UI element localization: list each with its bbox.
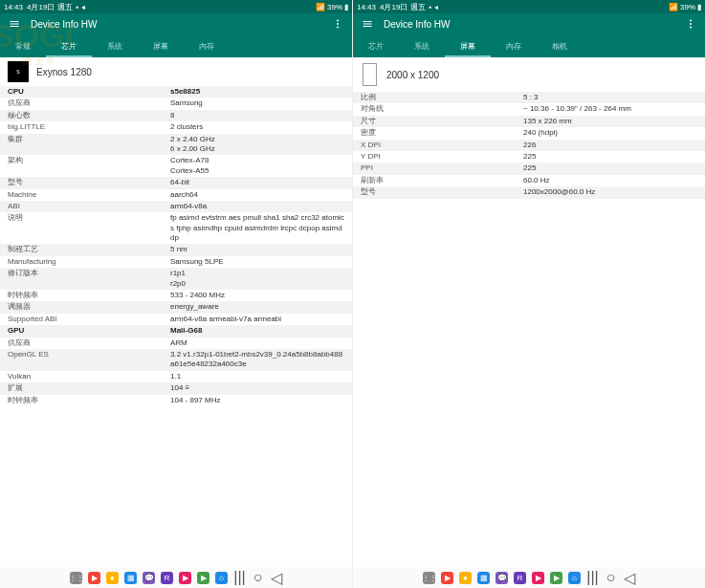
chip-header: S Exynos 1280 xyxy=(0,57,352,86)
svg-point-2 xyxy=(337,27,339,29)
keep-icon[interactable]: ● xyxy=(106,572,119,584)
home-icon[interactable]: ⌂ xyxy=(215,572,228,584)
tab-芯片[interactable]: 芯片 xyxy=(353,34,399,57)
tab-屏幕[interactable]: 屏幕 xyxy=(138,34,184,57)
youtube-icon[interactable]: ▶ xyxy=(441,572,453,584)
youtube-icon[interactable]: ▶ xyxy=(88,572,100,584)
calendar-icon[interactable]: ▦ xyxy=(477,572,490,584)
spec-value: arm64-v8a xyxy=(170,202,344,211)
tab-芯片[interactable]: 芯片 xyxy=(46,34,92,57)
right-pane: 14:43 4月19日 週五 ▪ ◂ 📶 39% ▮ Device Info H… xyxy=(353,0,705,588)
svg-point-3 xyxy=(690,20,692,22)
spec-row: 型号1200x2000@60.0 Hz xyxy=(353,186,705,198)
spec-row: Supported ABIarm64-v8a armeabi-v7a armea… xyxy=(0,314,352,325)
home-button[interactable]: ○ xyxy=(605,572,617,584)
spec-label: Manufacturing xyxy=(8,257,170,267)
spec-label: 比例 xyxy=(361,93,523,102)
left-pane: SOGI—機王® 14:43 4月19日 週五 ▪ ◂ 📶 39% ▮ Devi… xyxy=(0,0,353,588)
spec-value: 226 xyxy=(523,141,697,150)
spec-label: 集群 xyxy=(8,135,170,144)
tab-屏幕[interactable]: 屏幕 xyxy=(445,34,491,57)
spec-value: 2 x 2.40 GHz 6 x 2.00 GHz xyxy=(170,135,344,155)
spec-value: 2 clusters xyxy=(170,122,344,132)
svg-point-5 xyxy=(690,27,692,29)
rakuten-icon[interactable]: R xyxy=(161,572,173,584)
spec-label: OpenGL ES xyxy=(8,350,170,359)
spec-value: 104 ≡ xyxy=(170,383,344,393)
tab-内存[interactable]: 内存 xyxy=(184,34,230,57)
content-right[interactable]: 2000 x 1200 比例5 : 3对角线~ 10.36 - 10.39" /… xyxy=(353,57,705,588)
spec-label: big.LITTLE xyxy=(8,122,170,132)
spec-value: arm64-v8a armeabi-v7a armeabi xyxy=(170,315,344,324)
more-icon[interactable] xyxy=(331,17,344,31)
spec-value: 533 - 2400 MHz xyxy=(170,291,344,300)
screen-rect-icon xyxy=(363,63,377,86)
spec-value: 135 x 226 mm xyxy=(523,117,697,126)
recent-apps-button[interactable]: ||| xyxy=(586,572,599,584)
spec-row: PPI225 xyxy=(353,163,705,174)
spec-row: 扩展104 ≡ xyxy=(0,382,352,394)
tab-系统[interactable]: 系统 xyxy=(92,34,138,57)
spec-label: X DPI xyxy=(361,141,523,150)
chip-vendor-icon: S xyxy=(8,61,29,82)
spec-label: Machine xyxy=(8,190,170,200)
calendar-icon[interactable]: ▦ xyxy=(124,572,137,584)
tab-内存[interactable]: 内存 xyxy=(491,34,537,57)
play-icon[interactable]: ▶ xyxy=(197,572,209,584)
rakuten-icon[interactable]: R xyxy=(514,572,526,584)
content-left[interactable]: S Exynos 1280 CPUs5e8825供应商Samsung核心数8bi… xyxy=(0,57,352,588)
spec-value: 5 nm xyxy=(170,245,344,254)
screen-header: 2000 x 1200 xyxy=(353,57,705,92)
spec-row: 供应商Samsung xyxy=(0,98,352,109)
spec-row: GPUMali-G68 xyxy=(0,325,352,337)
spec-label: 供应商 xyxy=(8,338,170,348)
chat-icon[interactable]: 💬 xyxy=(496,572,508,584)
spec-row: 集群2 x 2.40 GHz 6 x 2.00 GHz xyxy=(0,134,352,156)
apps-icon[interactable]: ⋮⋮ xyxy=(423,572,435,584)
media-icon[interactable]: ▶ xyxy=(179,572,191,584)
spec-label: 调频器 xyxy=(8,302,170,312)
spec-label: 时钟频率 xyxy=(8,396,170,405)
back-button[interactable]: ◁ xyxy=(270,572,282,584)
spec-row: 核心数8 xyxy=(0,110,352,121)
apps-icon[interactable]: ⋮⋮ xyxy=(70,572,82,584)
chat-icon[interactable]: 💬 xyxy=(143,572,155,584)
spec-value: 64-bit xyxy=(170,178,344,187)
spec-value: energy_aware xyxy=(170,302,344,312)
dock-right: ⋮⋮▶●▦💬R▶▶⌂|||○◁ xyxy=(353,567,705,588)
tab-系统[interactable]: 系统 xyxy=(399,34,445,57)
svg-point-1 xyxy=(337,23,339,25)
spec-row: 架构Cortex-A78 Cortex-A55 xyxy=(0,155,352,177)
spec-row: X DPI226 xyxy=(353,140,705,151)
tab-常规[interactable]: 常规 xyxy=(0,34,46,57)
spec-label: PPI xyxy=(361,163,523,173)
spec-row: 密度240 (hdpi) xyxy=(353,127,705,139)
spec-label: 型号 xyxy=(8,178,170,187)
spec-label: GPU xyxy=(8,326,170,336)
spec-label: 核心数 xyxy=(8,111,170,120)
tab-相机[interactable]: 相机 xyxy=(537,34,583,57)
spec-label: 扩展 xyxy=(8,383,170,393)
media-icon[interactable]: ▶ xyxy=(532,572,544,584)
home-button[interactable]: ○ xyxy=(252,572,264,584)
spec-value: 225 xyxy=(523,163,697,173)
more-icon[interactable] xyxy=(684,17,697,31)
spec-label: ABI xyxy=(8,202,170,211)
spec-value: ~ 10.36 - 10.39" / 263 - 264 mm xyxy=(523,104,697,114)
menu-icon[interactable] xyxy=(361,17,374,31)
spec-value: ARM xyxy=(170,338,344,348)
menu-icon[interactable] xyxy=(8,17,21,31)
spec-row: Vulkan1.1 xyxy=(0,371,352,382)
status-time: 14:43 xyxy=(357,3,376,11)
battery-icon: ▮ xyxy=(344,3,348,11)
status-date: 4月19日 週五 xyxy=(380,2,426,12)
spec-value: Samsung 5LPE xyxy=(170,257,344,267)
spec-row: CPUs5e8825 xyxy=(0,86,352,98)
recent-apps-button[interactable]: ||| xyxy=(233,572,246,584)
keep-icon[interactable]: ● xyxy=(459,572,472,584)
back-button[interactable]: ◁ xyxy=(623,572,635,584)
play-icon[interactable]: ▶ xyxy=(550,572,562,584)
spec-value: aarch64 xyxy=(170,190,344,200)
home-icon[interactable]: ⌂ xyxy=(568,572,581,584)
spec-row: 时钟频率104 - 897 MHz xyxy=(0,395,352,406)
